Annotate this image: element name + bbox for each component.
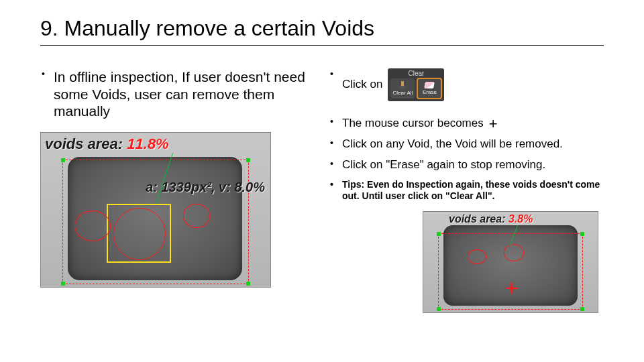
left-intro-bullet: In offline inspection, If user doesn't n…	[40, 68, 309, 120]
brush-icon	[399, 81, 406, 89]
toolbar-snippet: Clear Clear All Erase	[388, 68, 444, 101]
void-outline	[468, 249, 486, 264]
bullet-click-on-text: Click on	[342, 78, 382, 92]
bullet-cursor: The mouse cursor becomes +	[329, 116, 610, 131]
bullet-cursor-text: The mouse cursor becomes	[342, 117, 484, 131]
content-columns: In offline inspection, If user doesn't n…	[40, 68, 610, 313]
roi-handle	[437, 232, 441, 236]
annot-text: a: 1339px², v: 8.0%	[146, 180, 265, 194]
toolbar-header: Clear	[390, 70, 441, 78]
void-outline	[183, 204, 210, 228]
bullet-click-on: Click on Clear Clear All Erase	[329, 68, 610, 101]
slide-title: 9. Manually remove a certain Voids	[40, 16, 644, 44]
roi-handle	[246, 158, 250, 162]
void-outline	[113, 208, 166, 260]
voids-area-value: 11.8%	[127, 135, 168, 152]
plus-cursor-overlay: +	[505, 276, 519, 299]
erase-label: Erase	[423, 89, 437, 96]
voids-area-readout: voids area: 11.8%	[45, 135, 169, 153]
inspection-screenshot-before: voids area: 11.8% a: 1339px², v: 8.0%	[40, 132, 271, 288]
clear-all-label: Clear All	[393, 90, 413, 97]
erase-button[interactable]: Erase	[417, 78, 441, 99]
roi-handle	[61, 158, 65, 162]
clear-all-button[interactable]: Clear All	[390, 78, 415, 99]
void-outline	[504, 244, 524, 261]
bullet-stop: Click on "Erase" again to stop removing.	[329, 158, 610, 172]
roi-handle	[246, 282, 250, 286]
plus-cursor-glyph: +	[489, 117, 498, 131]
roi-handle	[580, 307, 584, 311]
roi-handle	[580, 232, 584, 236]
eraser-icon	[425, 82, 435, 88]
void-annotation: a: 1339px², v: 8.0%	[146, 180, 265, 195]
left-bullets: In offline inspection, If user doesn't n…	[40, 68, 309, 120]
voids-area-label: voids area:	[45, 135, 123, 152]
bullet-tip: Tips: Even do Inspection again, these vo…	[329, 179, 610, 202]
void-outline	[74, 210, 111, 241]
right-column: Click on Clear Clear All Erase	[329, 68, 610, 313]
voids-area-readout: voids area: 3.8%	[449, 213, 533, 225]
title-underline	[40, 45, 604, 46]
roi-handle	[437, 307, 441, 311]
roi-handle	[61, 282, 65, 286]
left-column: In offline inspection, If user doesn't n…	[40, 68, 309, 313]
bullet-remove: Click on any Void, the Void will be remo…	[329, 137, 610, 152]
voids-area-value: 3.8%	[508, 213, 533, 225]
inspection-screenshot-after: voids area: 3.8% +	[423, 211, 598, 313]
right-bullets: Click on Clear Clear All Erase	[329, 68, 610, 202]
voids-area-label: voids area:	[449, 213, 505, 225]
